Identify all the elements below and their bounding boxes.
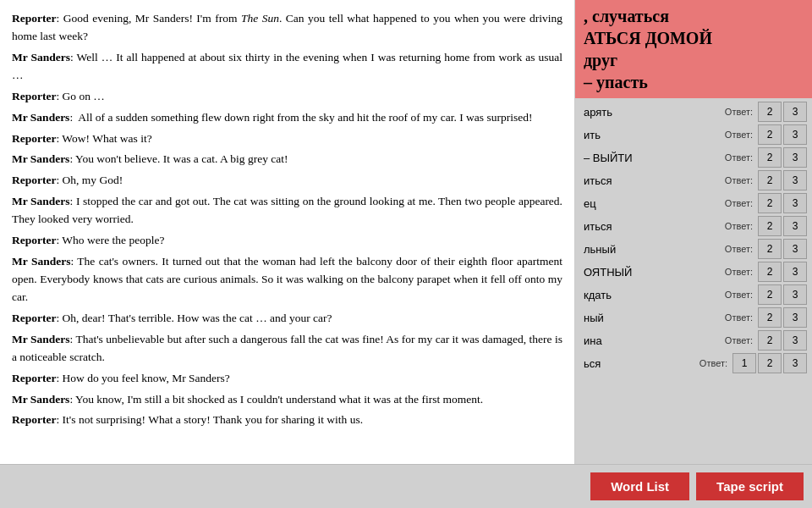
quiz-row-2: ить Ответ: 2 3 — [580, 124, 807, 145]
quiz-word-2: ить — [580, 127, 725, 143]
quiz-label-11: Ответ: — [725, 335, 753, 345]
quiz-word-3: – ВЫЙТИ — [580, 150, 725, 166]
quiz-label-4: Ответ: — [725, 175, 753, 185]
quiz-btn-9-1[interactable]: 2 — [758, 284, 782, 305]
dialogue-4: Mr Sanders: All of a sudden something fl… — [12, 109, 562, 127]
quiz-label-9: Ответ: — [725, 290, 753, 300]
speaker-reporter-7: Reporter — [12, 372, 56, 384]
speaker-mrsanders-7: Mr Sanders — [12, 393, 69, 406]
quiz-btn-11-2[interactable]: 3 — [783, 330, 807, 351]
quiz-btn-3-2[interactable]: 3 — [783, 147, 807, 168]
quiz-label-12: Ответ: — [700, 358, 727, 368]
speaker-mrsanders-3: Mr Sanders — [12, 152, 69, 165]
quiz-row-12: ься Ответ: 1 2 3 — [580, 353, 807, 373]
quiz-row-7: льный Ответ: 2 3 — [580, 239, 807, 259]
quiz-word-8: ОЯТНЫЙ — [580, 264, 725, 280]
dialogue-11: Reporter: Oh, dear! That's terrible. How… — [12, 310, 562, 328]
dialogue-14: Mr Sanders: You know, I'm still a bit sh… — [12, 391, 562, 409]
speaker-reporter-4: Reporter — [12, 174, 56, 186]
quiz-word-11: ина — [580, 333, 725, 349]
dialogue-2: Mr Sanders: Well … It all happened at ab… — [12, 49, 562, 85]
dialogue-6: Mr Sanders: You won't believe. It was a … — [12, 151, 562, 168]
quiz-btn-7-1[interactable]: 2 — [758, 239, 782, 259]
quiz-word-12: ься — [580, 356, 700, 372]
quiz-row-6: иться Ответ: 2 3 — [580, 216, 807, 236]
quiz-row-9: кдать Ответ: 2 3 — [580, 284, 807, 305]
quiz-row-3: – ВЫЙТИ Ответ: 2 3 — [580, 147, 807, 168]
quiz-label-1: Ответ: — [725, 107, 753, 117]
speaker-mrsanders-6: Mr Sanders — [12, 333, 69, 345]
russian-word-4: – упасть — [584, 71, 648, 93]
russian-word-3: друг — [584, 49, 617, 71]
speaker-reporter-3: Reporter — [12, 132, 56, 145]
quiz-btn-4-2[interactable]: 3 — [783, 170, 807, 190]
quiz-word-7: льный — [580, 241, 725, 257]
quiz-row-11: ина Ответ: 2 3 — [580, 330, 807, 351]
dialogue-1: Reporter: Good evening, Mr Sanders! I'm … — [12, 10, 562, 46]
quiz-label-10: Ответ: — [725, 312, 753, 323]
text-panel: Reporter: Good evening, Mr Sanders! I'm … — [0, 0, 575, 464]
quiz-btn-8-1[interactable]: 2 — [758, 262, 782, 282]
quiz-btn-3-1[interactable]: 2 — [758, 147, 782, 168]
quiz-label-5: Ответ: — [725, 198, 753, 208]
quiz-btn-10-1[interactable]: 2 — [758, 307, 782, 328]
quiz-btn-12-0[interactable]: 1 — [732, 353, 756, 373]
quiz-btn-12-2[interactable]: 3 — [783, 353, 807, 373]
quiz-btn-5-1[interactable]: 2 — [758, 193, 782, 213]
russian-word-2: АТЬСЯ ДОМОЙ — [584, 27, 712, 49]
quiz-btn-12-1[interactable]: 2 — [758, 353, 782, 373]
bottom-toolbar: Word List Tape script — [0, 464, 812, 508]
dialogue-3: Reporter: Go on … — [12, 88, 562, 106]
speaker-reporter-1: Reporter — [12, 12, 56, 25]
quiz-btn-9-2[interactable]: 3 — [783, 284, 807, 305]
quiz-word-10: ный — [580, 310, 725, 326]
quiz-label-6: Ответ: — [725, 221, 753, 231]
quiz-btn-5-2[interactable]: 3 — [783, 193, 807, 213]
quiz-word-5: ец — [580, 196, 725, 212]
quiz-word-4: иться — [580, 173, 725, 189]
quiz-btn-7-2[interactable]: 3 — [783, 239, 807, 259]
quiz-word-9: кдать — [580, 287, 725, 303]
dialogue-9: Reporter: Who were the people? — [12, 232, 562, 250]
dialogue-7: Reporter: Oh, my God! — [12, 172, 562, 190]
quiz-btn-4-1[interactable]: 2 — [758, 170, 782, 190]
speaker-mrsanders-4: Mr Sanders — [12, 195, 70, 207]
quiz-container: арять Ответ: 2 3 ить Ответ: 2 3 – ВЫЙТИ … — [575, 98, 812, 464]
quiz-btn-8-2[interactable]: 3 — [783, 262, 807, 282]
quiz-label-8: Ответ: — [725, 267, 753, 277]
dialogue-15: Reporter: It's not surprising! What a st… — [12, 411, 562, 429]
quiz-word-1: арять — [580, 104, 725, 120]
quiz-btn-2-2[interactable]: 3 — [783, 124, 807, 145]
speaker-reporter-6: Reporter — [12, 312, 56, 324]
quiz-btn-6-2[interactable]: 3 — [783, 216, 807, 236]
quiz-btn-10-2[interactable]: 3 — [783, 307, 807, 328]
quiz-row-1: арять Ответ: 2 3 — [580, 102, 807, 122]
quiz-label-7: Ответ: — [725, 244, 753, 254]
word-list-button[interactable]: Word List — [590, 472, 689, 500]
speaker-reporter-5: Reporter — [12, 234, 56, 246]
quiz-btn-6-1[interactable]: 2 — [758, 216, 782, 236]
speaker-reporter-8: Reporter — [12, 413, 56, 426]
russian-word-1: , случаться — [584, 5, 669, 27]
quiz-row-8: ОЯТНЫЙ Ответ: 2 3 — [580, 262, 807, 282]
dialogue-5: Reporter: Wow! What was it? — [12, 130, 562, 148]
publication-name: The Sun — [241, 12, 279, 25]
quiz-label-3: Ответ: — [725, 152, 753, 163]
quiz-row-10: ный Ответ: 2 3 — [580, 307, 807, 328]
dialogue-13: Reporter: How do you feel know, Mr Sande… — [12, 370, 562, 388]
quiz-row-4: иться Ответ: 2 3 — [580, 170, 807, 190]
dialogue-10: Mr Sanders: The cat's owners. It turned … — [12, 253, 562, 306]
quiz-btn-11-1[interactable]: 2 — [758, 330, 782, 351]
quiz-label-2: Ответ: — [725, 130, 753, 140]
quiz-btn-2-1[interactable]: 2 — [758, 124, 782, 145]
quiz-btn-1-1[interactable]: 2 — [758, 102, 782, 122]
quiz-word-6: иться — [580, 218, 725, 235]
right-panel: , случаться АТЬСЯ ДОМОЙ друг – упасть ар… — [575, 0, 812, 464]
speaker-mrsanders-2: Mr Sanders — [12, 111, 69, 124]
speaker-mrsanders-5: Mr Sanders — [12, 255, 70, 268]
quiz-row-5: ец Ответ: 2 3 — [580, 193, 807, 213]
tape-script-button[interactable]: Tape script — [696, 472, 804, 500]
quiz-btn-1-2[interactable]: 3 — [783, 102, 807, 122]
speaker-reporter-2: Reporter — [12, 90, 56, 102]
dialogue-8: Mr Sanders: I stopped the car and got ou… — [12, 193, 562, 229]
